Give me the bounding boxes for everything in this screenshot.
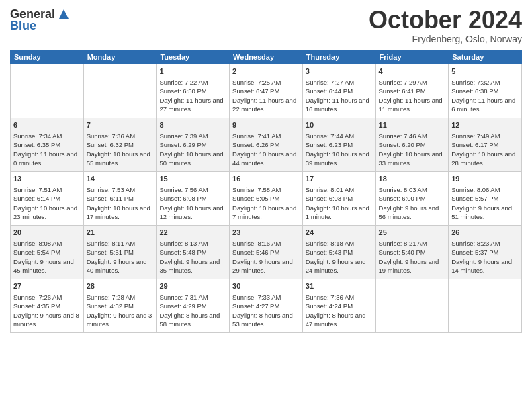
calendar-cell: 9Sunrise: 7:41 AMSunset: 6:26 PMDaylight… bbox=[230, 118, 303, 171]
day-number: 20 bbox=[13, 228, 81, 238]
sunrise-text: Sunrise: 8:08 AM bbox=[13, 240, 62, 247]
calendar-cell bbox=[375, 279, 449, 332]
daylight-text: Daylight: 10 hours and 1 minute. bbox=[306, 204, 369, 220]
calendar-cell: 2Sunrise: 7:25 AMSunset: 6:47 PMDaylight… bbox=[230, 64, 303, 118]
calendar-cell: 17Sunrise: 8:01 AMSunset: 6:03 PMDayligh… bbox=[302, 171, 375, 225]
sunset-text: Sunset: 6:14 PM bbox=[13, 195, 60, 202]
sunrise-text: Sunrise: 7:46 AM bbox=[379, 132, 427, 140]
calendar-cell bbox=[11, 64, 84, 118]
day-number: 26 bbox=[451, 228, 519, 238]
calendar-cell: 14Sunrise: 7:53 AMSunset: 6:11 PMDayligh… bbox=[83, 171, 157, 225]
sunrise-text: Sunrise: 7:36 AM bbox=[306, 293, 354, 301]
location: Frydenberg, Oslo, Norway bbox=[369, 34, 522, 44]
daylight-text: Daylight: 11 hours and 0 minutes. bbox=[13, 150, 77, 167]
calendar-cell: 25Sunrise: 8:21 AMSunset: 5:40 PMDayligh… bbox=[375, 225, 449, 279]
calendar-cell: 3Sunrise: 7:27 AMSunset: 6:44 PMDaylight… bbox=[302, 64, 375, 118]
calendar-cell: 22Sunrise: 8:13 AMSunset: 5:48 PMDayligh… bbox=[157, 225, 230, 279]
day-number: 19 bbox=[451, 174, 519, 184]
sunset-text: Sunset: 5:46 PM bbox=[232, 248, 279, 256]
sunrise-text: Sunrise: 7:41 AM bbox=[232, 132, 281, 140]
day-number: 24 bbox=[306, 228, 373, 238]
sunset-text: Sunset: 6:29 PM bbox=[159, 141, 206, 148]
sunset-text: Sunset: 5:40 PM bbox=[379, 248, 426, 256]
daylight-text: Daylight: 9 hours and 8 minutes. bbox=[13, 312, 79, 328]
sunset-text: Sunset: 6:35 PM bbox=[13, 141, 60, 148]
weekday-wednesday: Wednesday bbox=[230, 50, 303, 64]
calendar-week-3: 13Sunrise: 7:51 AMSunset: 6:14 PMDayligh… bbox=[11, 171, 522, 225]
day-number: 3 bbox=[306, 66, 373, 77]
sunset-text: Sunset: 5:54 PM bbox=[13, 248, 60, 256]
sunset-text: Sunset: 6:32 PM bbox=[87, 141, 134, 148]
calendar-cell: 15Sunrise: 7:56 AMSunset: 6:08 PMDayligh… bbox=[157, 171, 230, 225]
title-block: October 2024 Frydenberg, Oslo, Norway bbox=[369, 7, 522, 44]
sunset-text: Sunset: 4:35 PM bbox=[13, 302, 60, 310]
sunrise-text: Sunrise: 7:33 AM bbox=[232, 293, 281, 301]
weekday-sunday: Sunday bbox=[11, 50, 84, 64]
sunset-text: Sunset: 6:08 PM bbox=[159, 195, 206, 202]
calendar-cell: 26Sunrise: 8:23 AMSunset: 5:37 PMDayligh… bbox=[449, 225, 522, 279]
sunrise-text: Sunrise: 7:29 AM bbox=[379, 79, 427, 86]
day-number: 6 bbox=[13, 120, 81, 130]
calendar-cell: 28Sunrise: 7:28 AMSunset: 4:32 PMDayligh… bbox=[83, 279, 157, 332]
calendar-cell: 10Sunrise: 7:44 AMSunset: 6:23 PMDayligh… bbox=[302, 118, 375, 171]
daylight-text: Daylight: 10 hours and 33 minutes. bbox=[379, 150, 443, 167]
logo-icon bbox=[56, 7, 71, 21]
daylight-text: Daylight: 9 hours and 56 minutes. bbox=[379, 204, 439, 220]
sunset-text: Sunset: 4:27 PM bbox=[232, 302, 279, 310]
sunset-text: Sunset: 6:03 PM bbox=[306, 195, 353, 202]
daylight-text: Daylight: 10 hours and 55 minutes. bbox=[87, 150, 150, 167]
weekday-tuesday: Tuesday bbox=[157, 50, 230, 64]
daylight-text: Daylight: 10 hours and 23 minutes. bbox=[13, 204, 77, 220]
calendar-cell: 13Sunrise: 7:51 AMSunset: 6:14 PMDayligh… bbox=[11, 171, 84, 225]
daylight-text: Daylight: 8 hours and 53 minutes. bbox=[232, 312, 293, 328]
day-number: 22 bbox=[159, 228, 226, 238]
calendar-week-1: 1Sunrise: 7:22 AMSunset: 6:50 PMDaylight… bbox=[11, 64, 522, 118]
sunrise-text: Sunrise: 8:23 AM bbox=[451, 240, 500, 247]
day-number: 27 bbox=[13, 281, 81, 291]
sunrise-text: Sunrise: 7:56 AM bbox=[159, 186, 208, 193]
sunrise-text: Sunrise: 7:27 AM bbox=[306, 79, 354, 86]
sunrise-text: Sunrise: 7:44 AM bbox=[306, 132, 354, 140]
calendar-cell: 16Sunrise: 7:58 AMSunset: 6:05 PMDayligh… bbox=[230, 171, 303, 225]
weekday-monday: Monday bbox=[83, 50, 157, 64]
daylight-text: Daylight: 11 hours and 11 minutes. bbox=[379, 97, 443, 113]
day-number: 14 bbox=[87, 174, 154, 184]
weekday-thursday: Thursday bbox=[302, 50, 375, 64]
calendar-cell: 31Sunrise: 7:36 AMSunset: 4:24 PMDayligh… bbox=[302, 279, 375, 332]
sunset-text: Sunset: 4:29 PM bbox=[159, 302, 206, 310]
day-number: 10 bbox=[306, 120, 373, 130]
calendar-cell: 27Sunrise: 7:26 AMSunset: 4:35 PMDayligh… bbox=[11, 279, 84, 332]
header: General Blue October 2024 Frydenberg, Os… bbox=[10, 7, 522, 44]
sunset-text: Sunset: 5:43 PM bbox=[306, 248, 353, 256]
sunset-text: Sunset: 6:17 PM bbox=[451, 141, 498, 148]
calendar-cell: 20Sunrise: 8:08 AMSunset: 5:54 PMDayligh… bbox=[11, 225, 84, 279]
calendar-cell bbox=[449, 279, 522, 332]
sunrise-text: Sunrise: 8:11 AM bbox=[87, 240, 135, 247]
daylight-text: Daylight: 9 hours and 40 minutes. bbox=[87, 258, 147, 274]
day-number: 21 bbox=[87, 228, 154, 238]
day-number: 30 bbox=[232, 281, 300, 291]
day-number: 23 bbox=[232, 228, 300, 238]
sunset-text: Sunset: 4:32 PM bbox=[87, 302, 134, 310]
sunset-text: Sunset: 6:38 PM bbox=[451, 87, 498, 95]
daylight-text: Daylight: 9 hours and 24 minutes. bbox=[306, 258, 366, 274]
sunrise-text: Sunrise: 7:51 AM bbox=[13, 186, 62, 193]
daylight-text: Daylight: 9 hours and 14 minutes. bbox=[451, 258, 512, 274]
daylight-text: Daylight: 9 hours and 45 minutes. bbox=[13, 258, 74, 274]
weekday-friday: Friday bbox=[375, 50, 449, 64]
sunrise-text: Sunrise: 8:01 AM bbox=[306, 186, 354, 193]
sunrise-text: Sunrise: 7:28 AM bbox=[87, 293, 135, 301]
calendar-cell: 30Sunrise: 7:33 AMSunset: 4:27 PMDayligh… bbox=[230, 279, 303, 332]
daylight-text: Daylight: 9 hours and 19 minutes. bbox=[379, 258, 439, 274]
month-title: October 2024 bbox=[369, 7, 522, 34]
calendar-cell: 29Sunrise: 7:31 AMSunset: 4:29 PMDayligh… bbox=[157, 279, 230, 332]
daylight-text: Daylight: 11 hours and 6 minutes. bbox=[451, 97, 515, 113]
calendar-cell: 24Sunrise: 8:18 AMSunset: 5:43 PMDayligh… bbox=[302, 225, 375, 279]
day-number: 4 bbox=[379, 66, 446, 77]
sunset-text: Sunset: 6:26 PM bbox=[232, 141, 279, 148]
day-number: 31 bbox=[306, 281, 373, 291]
sunrise-text: Sunrise: 7:39 AM bbox=[159, 132, 208, 140]
calendar-cell: 6Sunrise: 7:34 AMSunset: 6:35 PMDaylight… bbox=[11, 118, 84, 171]
calendar-body: 1Sunrise: 7:22 AMSunset: 6:50 PMDaylight… bbox=[11, 64, 522, 332]
daylight-text: Daylight: 8 hours and 47 minutes. bbox=[306, 312, 366, 328]
